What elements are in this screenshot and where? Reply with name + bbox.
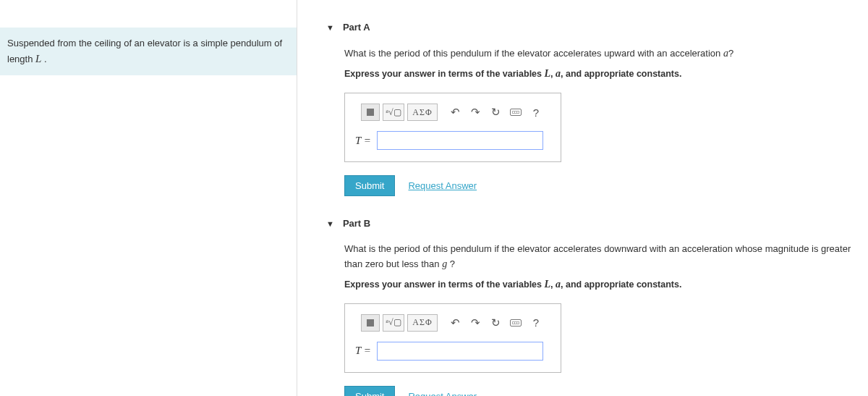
part-a-input-label: T = [355, 135, 371, 147]
undo-button[interactable]: ↶ [446, 314, 464, 332]
part-b-answer-input[interactable] [377, 342, 543, 361]
greek-label: ΑΣΦ [412, 107, 432, 118]
reset-button[interactable]: ↻ [487, 314, 504, 332]
templates-button[interactable] [361, 104, 380, 121]
radical-icon: ⁿ√▢ [386, 317, 401, 328]
template-icon [367, 109, 374, 116]
part-b-instruction: Express your answer in terms of the vari… [344, 279, 854, 290]
keyboard-icon [510, 319, 522, 327]
undo-icon: ↶ [451, 316, 460, 329]
keyboard-icon [510, 109, 522, 116]
problem-text-before: Suspended from the ceiling of an elevato… [7, 38, 282, 64]
redo-icon: ↷ [471, 106, 480, 119]
part-a-header[interactable]: ▼ Part A [326, 14, 868, 40]
greek-button[interactable]: ΑΣΦ [407, 314, 438, 332]
help-icon: ? [533, 106, 539, 119]
part-a-body: What is the period of this pendulum if t… [344, 40, 854, 196]
part-b-input-label: T = [355, 345, 371, 357]
part-a-answer-input[interactable] [377, 131, 543, 150]
reset-icon: ↻ [491, 106, 501, 119]
greek-label: ΑΣΦ [412, 317, 432, 328]
problem-text-after: . [41, 54, 46, 64]
help-button[interactable]: ? [527, 314, 545, 332]
part-b-body: What is the period of this pendulum if t… [344, 236, 854, 396]
redo-button[interactable]: ↷ [467, 104, 484, 121]
greek-button[interactable]: ΑΣΦ [407, 104, 438, 121]
template-icon [367, 319, 374, 327]
reset-icon: ↻ [491, 316, 501, 329]
help-icon: ? [533, 316, 539, 329]
part-a-toolbar: ⁿ√▢ ΑΣΦ ↶ ↷ ↻ ? [355, 104, 550, 121]
part-b-answer-box: ⁿ√▢ ΑΣΦ ↶ ↷ ↻ ? T = [344, 303, 561, 373]
part-b-submit-button[interactable]: Submit [344, 386, 395, 397]
templates-button[interactable] [361, 314, 380, 332]
caret-down-icon: ▼ [326, 23, 334, 32]
undo-icon: ↶ [451, 106, 460, 119]
caret-down-icon: ▼ [326, 219, 334, 228]
part-a-title: Part A [343, 22, 370, 33]
problem-statement: Suspended from the ceiling of an elevato… [0, 28, 297, 75]
part-a-instruction: Express your answer in terms of the vari… [344, 68, 854, 80]
radical-button[interactable]: ⁿ√▢ [383, 104, 404, 121]
part-a-answer-box: ⁿ√▢ ΑΣΦ ↶ ↷ ↻ ? T = [344, 93, 561, 162]
part-a-submit-button[interactable]: Submit [344, 175, 395, 196]
redo-icon: ↷ [471, 316, 480, 329]
help-button[interactable]: ? [527, 104, 545, 121]
radical-icon: ⁿ√▢ [386, 107, 401, 118]
keyboard-button[interactable] [507, 314, 524, 332]
part-a-request-answer-link[interactable]: Request Answer [408, 180, 477, 191]
part-a-question: What is the period of this pendulum if t… [344, 46, 854, 61]
part-b-question: What is the period of this pendulum if t… [344, 242, 854, 271]
keyboard-button[interactable] [507, 104, 524, 121]
radical-button[interactable]: ⁿ√▢ [383, 314, 404, 332]
part-b-title: Part B [343, 218, 370, 229]
reset-button[interactable]: ↻ [487, 104, 504, 121]
undo-button[interactable]: ↶ [446, 104, 464, 121]
part-b-header[interactable]: ▼ Part B [326, 211, 868, 236]
part-b-toolbar: ⁿ√▢ ΑΣΦ ↶ ↷ ↻ ? [355, 314, 550, 332]
part-b-request-answer-link[interactable]: Request Answer [408, 391, 477, 397]
redo-button[interactable]: ↷ [467, 314, 484, 332]
